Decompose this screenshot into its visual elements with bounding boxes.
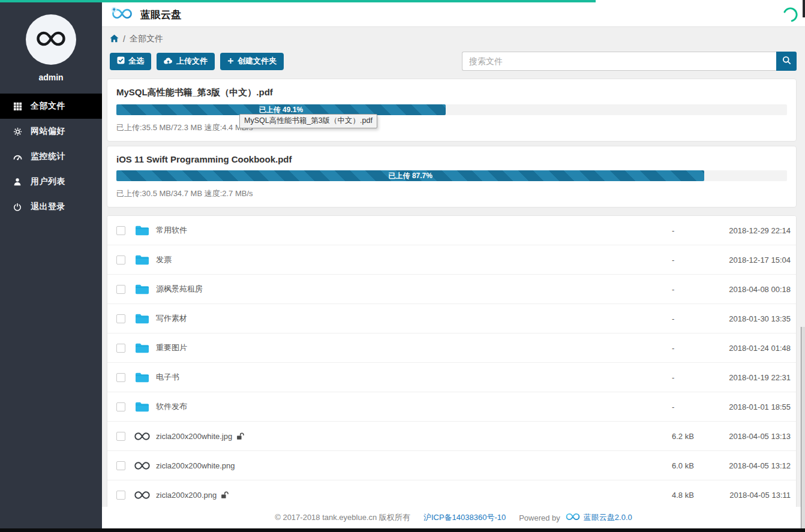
filename-tooltip: MySQL高性能书籍_第3版（中文）.pdf: [239, 114, 377, 128]
sidebar-item-user-list[interactable]: 用户列表: [0, 169, 102, 194]
upload-progress-fill: 已上传 87.7%: [116, 170, 704, 181]
file-thumbnail-icon: [133, 461, 151, 471]
folder-icon: [133, 284, 151, 295]
file-row[interactable]: 软件发布 - 2018-01-01 18:55: [107, 392, 796, 422]
file-row[interactable]: zicla200x200white.png 6.0 kB 2018-04-05 …: [107, 451, 796, 480]
app-brand[interactable]: 蓝眼云盘: [109, 6, 181, 23]
file-date: 2018-12-17 15:04: [719, 256, 791, 265]
file-row[interactable]: zicla200x200.png 4.8 kB 2018-04-05 13:11: [107, 480, 796, 507]
upload-progress-bar: 已上传 49.1%: [116, 104, 787, 115]
file-row[interactable]: 电子书 - 2018-01-19 22:31: [107, 363, 796, 392]
file-row[interactable]: zicla200x200white.jpg 6.2 kB 2018-04-05 …: [107, 422, 796, 451]
file-date: 2018-01-19 22:31: [719, 373, 791, 382]
grid-icon: [13, 102, 22, 111]
app-header: 蓝眼云盘: [102, 2, 805, 27]
file-size: -: [672, 373, 719, 382]
file-size: -: [672, 344, 719, 353]
upload-info: 已上传:35.5 MB/72.3 MB 速度:4.4 MB/s: [116, 122, 787, 133]
file-date: 2018-04-08 00:18: [719, 285, 791, 294]
file-size: -: [672, 314, 719, 323]
file-row[interactable]: 常用软件 - 2018-12-29 22:14: [107, 216, 796, 245]
search-box: [462, 52, 797, 71]
search-input[interactable]: [462, 52, 776, 71]
check-square-icon: [117, 56, 125, 66]
row-checkbox[interactable]: [116, 226, 125, 235]
file-name[interactable]: zicla200x200white.jpg: [156, 432, 232, 441]
footer-copyright: © 2017-2018 tank.eyeblue.cn 版权所有: [275, 512, 410, 523]
file-size: 6.0 kB: [672, 461, 719, 470]
search-button[interactable]: [776, 52, 797, 71]
user-icon: [13, 178, 22, 186]
row-checkbox[interactable]: [116, 461, 125, 470]
file-date: 2018-12-29 22:14: [719, 226, 791, 235]
file-name[interactable]: 重要图片: [156, 342, 187, 353]
upload-filename: MySQL高性能书籍_第3版（中文）.pdf: [116, 87, 787, 98]
breadcrumb-current: 全部文件: [130, 34, 163, 44]
file-name[interactable]: 电子书: [156, 372, 179, 383]
file-date: 2018-04-05 13:12: [719, 461, 791, 470]
upload-card: iOS 11 Swift Programming Cookbook.pdf 已上…: [107, 146, 797, 208]
file-name[interactable]: zicla200x200white.png: [156, 461, 235, 470]
upload-section: MySQL高性能书籍_第3版（中文）.pdf 已上传 49.1% MySQL高性…: [107, 79, 797, 208]
sidebar-username: admin: [0, 73, 102, 82]
row-checkbox[interactable]: [116, 256, 125, 265]
power-icon: [13, 203, 22, 211]
row-checkbox[interactable]: [116, 344, 125, 353]
row-checkbox[interactable]: [116, 491, 125, 500]
unlock-icon: [236, 432, 245, 440]
background-window-edge: [801, 327, 805, 528]
row-checkbox[interactable]: [116, 285, 125, 294]
sidebar-item-all-files[interactable]: 全部文件: [0, 94, 102, 119]
file-list: 常用软件 - 2018-12-29 22:14 发票 - 2018-12-17 …: [107, 215, 797, 507]
home-icon[interactable]: [110, 34, 119, 44]
file-date: 2018-01-01 18:55: [719, 402, 791, 411]
gauge-icon: [13, 152, 22, 161]
file-name[interactable]: 常用软件: [156, 225, 187, 236]
upload-progress-bar: 已上传 87.7%: [116, 170, 787, 181]
row-checkbox[interactable]: [116, 373, 125, 382]
main-area: 蓝眼云盘 / 全部文件 全选 上传文件 创建文件夹: [102, 2, 805, 528]
file-name[interactable]: 软件发布: [156, 401, 187, 412]
file-name[interactable]: 发票: [156, 254, 172, 265]
unlock-icon: [221, 491, 229, 499]
file-name[interactable]: 写作素材: [156, 313, 187, 324]
file-thumbnail-icon: [133, 490, 151, 500]
sidebar-item-site-preference[interactable]: 网站偏好: [0, 119, 102, 144]
loading-spinner-icon: [782, 7, 798, 25]
background-window-corner: [803, 0, 805, 17]
file-row[interactable]: 写作素材 - 2018-01-30 13:35: [107, 304, 796, 333]
folder-icon: [133, 225, 151, 236]
icp-link[interactable]: 沪ICP备14038360号-10: [423, 512, 506, 523]
file-date: 2018-01-30 13:35: [719, 314, 791, 323]
bottom-edge: [0, 528, 805, 532]
file-row[interactable]: 发票 - 2018-12-17 15:04: [107, 245, 796, 275]
sidebar: admin 全部文件 网站偏好 监控统计 用户列表 退出登录: [0, 2, 102, 528]
file-row[interactable]: 源枫景苑租房 - 2018-04-08 00:18: [107, 275, 796, 304]
file-row[interactable]: 重要图片 - 2018-01-24 01:48: [107, 333, 796, 363]
row-checkbox[interactable]: [116, 402, 125, 411]
file-name[interactable]: zicla200x200.png: [156, 491, 217, 500]
gear-icon: [13, 127, 22, 136]
file-thumbnail-icon: [133, 431, 151, 441]
avatar[interactable]: [26, 14, 76, 65]
file-size: -: [672, 226, 719, 235]
upload-file-button[interactable]: 上传文件: [157, 53, 215, 70]
file-date: 2018-04-05 13:11: [719, 491, 791, 500]
row-checkbox[interactable]: [116, 432, 125, 441]
upload-info: 已上传:30.5 MB/34.7 MB 速度:2.7 MB/s: [116, 188, 787, 199]
folder-icon: [133, 254, 151, 266]
sidebar-item-logout[interactable]: 退出登录: [0, 194, 102, 220]
plus-icon: [227, 57, 234, 66]
folder-icon: [133, 372, 151, 383]
create-folder-button[interactable]: 创建文件夹: [220, 53, 284, 70]
version-link[interactable]: 蓝眼云盘2.0.0: [584, 512, 632, 523]
page-load-progress-bar: [0, 0, 596, 2]
file-date: 2018-01-24 01:48: [719, 344, 791, 353]
breadcrumb-separator: /: [123, 34, 125, 44]
row-checkbox[interactable]: [116, 314, 125, 323]
select-all-button[interactable]: 全选: [110, 53, 151, 70]
sidebar-item-monitor-stats[interactable]: 监控统计: [0, 144, 102, 169]
breadcrumb: / 全部文件: [110, 34, 797, 44]
sidebar-menu: 全部文件 网站偏好 监控统计 用户列表 退出登录: [0, 94, 102, 220]
file-name[interactable]: 源枫景苑租房: [156, 284, 203, 294]
